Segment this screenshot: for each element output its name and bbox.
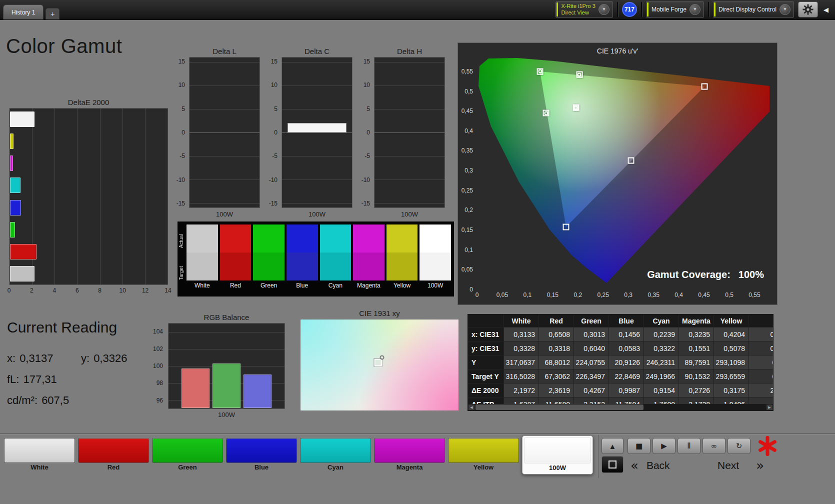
scroll-right-button[interactable]: ▶ [766, 404, 772, 410]
tab-history-1[interactable]: History 1 [3, 4, 44, 20]
delta-gridline [374, 86, 444, 86]
pattern-button-green[interactable]: Green [152, 438, 223, 472]
delta-plot [189, 57, 260, 208]
delta-gridline [190, 180, 260, 180]
cie-horseshoe-diagram [477, 58, 770, 290]
chevron-down-icon[interactable]: ▼ [598, 4, 610, 15]
cie-ytick-label: 0,45 [462, 108, 473, 114]
delta-ytick-label: 15 [364, 58, 370, 65]
pattern-color-swatch [152, 438, 223, 463]
cie-marker-circle [538, 70, 542, 74]
table-cell: 0,6040 [574, 342, 609, 356]
chevron-glyph: ▼ [783, 8, 787, 12]
table-cell: 60 [749, 370, 774, 384]
cie-ytick-label: 0 [470, 286, 473, 293]
single-measure-button[interactable] [602, 456, 624, 473]
table-cell: 0,3235 [679, 328, 714, 342]
pattern-button-red[interactable]: Red [78, 438, 149, 472]
delta-gridline [282, 156, 352, 156]
pattern-button-cyan[interactable]: Cyan [300, 438, 371, 472]
delta-gridline [190, 203, 260, 204]
rgb-ytick-label: 104 [153, 328, 163, 335]
delta-ytick-label: -10 [269, 176, 278, 184]
settings-button[interactable] [798, 2, 818, 18]
cie-ytick-label: 0,35 [462, 147, 473, 154]
table-scrollbar[interactable]: ◀ ▶ [468, 404, 773, 410]
delta-ytick-label: -10 [176, 176, 185, 184]
swatch-target-color [386, 252, 418, 280]
pattern-button-magenta[interactable]: Magenta [374, 438, 445, 472]
cie-marker-blue [562, 224, 569, 230]
rgb-bar-blue [244, 374, 272, 408]
delta-ytick-labels: 151050-5-10-15 [173, 57, 187, 208]
pattern-color-swatch [78, 438, 149, 463]
pattern-button-yellow[interactable]: Yellow [448, 438, 519, 472]
table-cell: 0,3322 [644, 342, 679, 356]
transport-play-button[interactable]: ▶ [652, 438, 676, 454]
transport-continuous-button[interactable]: ∞ [702, 438, 726, 454]
deltae-xtick-label: 0 [8, 287, 11, 294]
table-row-label: ΔE 2000 [468, 384, 504, 398]
deltae-plot [9, 108, 168, 285]
swatch-actual-color [386, 224, 418, 252]
display-control-selector[interactable]: Direct Display Control ▼ [713, 1, 794, 18]
pattern-button-white[interactable]: White [4, 438, 75, 472]
back-button[interactable]: « Back [630, 457, 670, 474]
table-cell: 249,1966 [644, 370, 679, 384]
deltae-bar-row [10, 178, 167, 193]
table-row: ΔE 20002,19722,36190,42670,99870,91540,2… [468, 384, 774, 398]
swatch-actual-color [320, 224, 352, 252]
swatch-label: Blue [286, 280, 318, 290]
chevron-down-icon[interactable]: ▼ [780, 4, 790, 15]
cie-xtick-label: 0,5 [725, 292, 734, 298]
scroll-left-button[interactable]: ◀ [468, 404, 474, 410]
collapse-panel-icon[interactable]: ◀ [822, 6, 830, 14]
chevron-glyph: ▼ [602, 8, 606, 12]
transport-pause-button[interactable]: Ⅱ [678, 438, 700, 454]
table-cell: 246,2311 [644, 356, 679, 370]
deltae-bar-row [10, 200, 167, 216]
display-status-stripe [714, 2, 716, 16]
pattern-label: Blue [226, 463, 297, 472]
scroll-thumb[interactable] [476, 404, 644, 410]
source-selector[interactable]: Mobile Forge ▼ [646, 1, 704, 18]
pattern-button-blue[interactable]: Blue [226, 438, 297, 472]
delta-ytick-labels: 151050-5-10-15 [266, 57, 280, 208]
tab-history-label: History 1 [12, 9, 35, 16]
deltae-bar-row [10, 134, 167, 149]
chevron-down-icon[interactable]: ▼ [690, 4, 700, 15]
deltae-bar-row [10, 222, 167, 238]
pattern-button-100w[interactable]: 100W [522, 436, 593, 474]
pattern-label: Yellow [448, 463, 519, 472]
deltae-bar-red [10, 244, 36, 260]
swatch-target-color [253, 252, 284, 280]
transport-refresh-button[interactable]: ↻ [728, 438, 750, 454]
swatch-panel: Actual Target WhiteRedGreenBlueCyanMagen… [178, 222, 454, 296]
deltae-bar-row [10, 156, 167, 171]
cie1931-title: CIE 1931 xy [300, 309, 459, 318]
source-name: Mobile Forge [652, 6, 686, 13]
table-row-label: Y [468, 356, 504, 370]
pattern-color-swatch [524, 438, 591, 464]
transport-stop-button[interactable]: ■ [628, 438, 650, 454]
meter-selector[interactable]: X-Rite i1Pro 3 Direct View ▼ [556, 1, 612, 18]
back-label: Back [646, 460, 670, 472]
delta-ytick-label: 15 [178, 58, 185, 65]
delta-xlabel: 100W [189, 210, 260, 218]
new-tab-button[interactable]: + [46, 8, 60, 20]
meter-count-badge: 717 [622, 2, 637, 17]
table-cell: 0,3 [749, 342, 774, 356]
delta-ytick-label: -5 [364, 152, 370, 160]
expand-controls-button[interactable]: ▲ [602, 438, 624, 454]
table-cell: 293,6559 [714, 370, 749, 384]
table-cell: 0,3133 [504, 328, 539, 342]
pattern-buttons: WhiteRedGreenBlueCyanMagentaYellow100W [4, 438, 593, 474]
results-table: WhiteRedGreenBlueCyanMagentaYellowx: CIE… [468, 314, 774, 411]
table-cell: 0,0583 [609, 342, 644, 356]
deltae-xtick-label: 8 [98, 287, 102, 294]
top-bar: History 1 + X-Rite i1Pro 3 Direct View ▼… [0, 0, 835, 20]
cie-xtick-label: 0,25 [598, 292, 609, 298]
swatch-magenta: Magenta [353, 224, 384, 290]
delta-ytick-label: -15 [269, 200, 278, 207]
next-button[interactable]: Next » [718, 457, 764, 474]
